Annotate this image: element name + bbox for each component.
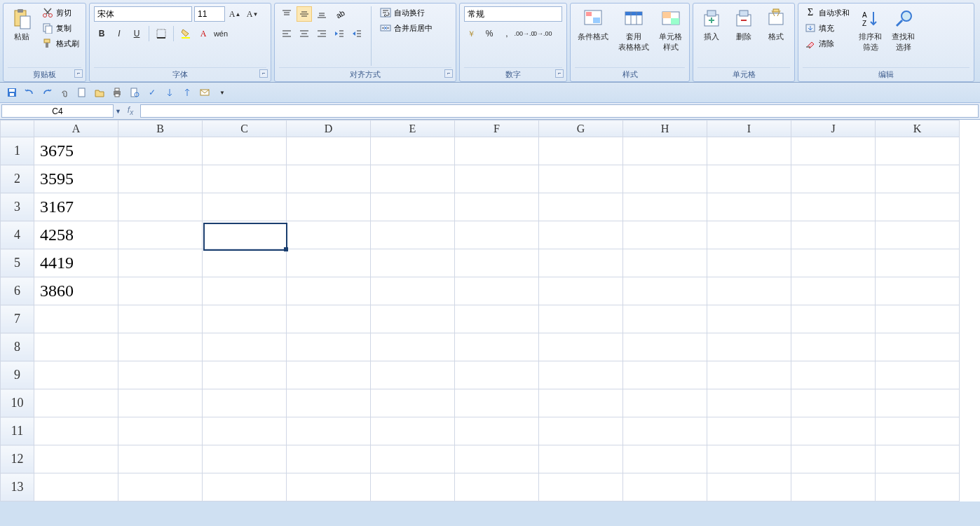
cell[interactable] [371, 277, 455, 305]
cell[interactable] [876, 473, 960, 501]
column-header[interactable]: D [287, 120, 371, 137]
cell[interactable] [287, 221, 371, 249]
number-launcher[interactable]: ⌐ [555, 69, 564, 78]
qat-undo-button[interactable] [22, 85, 37, 100]
column-header[interactable]: F [455, 120, 539, 137]
qat-save-button[interactable] [4, 85, 20, 100]
italic-button[interactable]: I [111, 26, 127, 41]
cell[interactable] [287, 417, 371, 445]
cell[interactable] [539, 221, 623, 249]
align-top-button[interactable] [279, 6, 294, 22]
cell[interactable] [791, 137, 876, 165]
cell[interactable] [707, 361, 791, 389]
fill-color-button[interactable] [178, 26, 193, 41]
cell[interactable] [371, 249, 455, 277]
cell[interactable] [539, 277, 623, 305]
cell[interactable] [539, 361, 623, 389]
cell[interactable] [623, 389, 707, 417]
cell[interactable] [371, 445, 455, 473]
cell[interactable] [539, 137, 623, 165]
cell[interactable] [876, 305, 960, 333]
cell[interactable] [623, 361, 707, 389]
cell[interactable] [707, 333, 791, 361]
cell[interactable] [455, 389, 539, 417]
cell[interactable] [623, 333, 707, 361]
cell[interactable] [287, 165, 371, 193]
cell[interactable] [623, 249, 707, 277]
cell[interactable] [455, 473, 539, 501]
qat-email-button[interactable] [197, 85, 212, 100]
select-all-corner[interactable] [1, 120, 34, 137]
format-as-table-button[interactable]: 套用 表格格式 [615, 6, 652, 54]
phonetic-button[interactable]: wén [213, 26, 229, 41]
row-header[interactable]: 8 [1, 333, 34, 361]
alignment-launcher[interactable]: ⌐ [444, 69, 453, 78]
cell[interactable]: 4258 [34, 221, 118, 249]
cell[interactable] [118, 221, 203, 249]
fx-button[interactable]: fx [123, 105, 137, 116]
formula-input[interactable] [140, 104, 979, 118]
qat-customize-button[interactable]: ▼ [215, 85, 230, 100]
font-size-combo[interactable] [194, 6, 225, 22]
cell[interactable] [791, 193, 876, 221]
cell[interactable] [707, 445, 791, 473]
cell[interactable] [623, 417, 707, 445]
orientation-button[interactable]: ab [332, 6, 347, 22]
cell[interactable] [34, 417, 118, 445]
cell[interactable] [707, 249, 791, 277]
cell[interactable] [371, 305, 455, 333]
cell[interactable] [539, 193, 623, 221]
cell[interactable] [539, 249, 623, 277]
cell[interactable] [118, 249, 203, 277]
cell[interactable] [623, 445, 707, 473]
cell[interactable] [455, 277, 539, 305]
cell[interactable] [876, 221, 960, 249]
qat-preview-button[interactable] [127, 85, 142, 100]
column-header[interactable]: A [34, 120, 118, 137]
cell[interactable] [539, 165, 623, 193]
cell[interactable] [791, 249, 876, 277]
cell[interactable] [707, 389, 791, 417]
column-header[interactable]: G [539, 120, 623, 137]
row-header[interactable]: 2 [1, 165, 34, 193]
row-header[interactable]: 5 [1, 249, 34, 277]
decrease-decimal-button[interactable]: .0→.00 [534, 26, 550, 41]
cell[interactable] [455, 333, 539, 361]
cell[interactable]: 3675 [34, 137, 118, 165]
clipboard-launcher[interactable]: ⌐ [74, 69, 83, 78]
cell[interactable] [455, 361, 539, 389]
cell[interactable] [623, 473, 707, 501]
autosum-button[interactable]: Σ 自动求和 [803, 6, 852, 19]
cell[interactable] [876, 193, 960, 221]
cell[interactable] [623, 165, 707, 193]
cell[interactable] [876, 277, 960, 305]
cell[interactable] [455, 305, 539, 333]
cell[interactable] [287, 305, 371, 333]
cell[interactable] [287, 473, 371, 501]
cell[interactable] [34, 305, 118, 333]
cell[interactable] [371, 389, 455, 417]
delete-cells-button[interactable]: 删除 [730, 6, 758, 43]
qat-new-button[interactable] [74, 85, 90, 100]
cell[interactable] [287, 361, 371, 389]
cell[interactable] [34, 473, 118, 501]
cell[interactable] [203, 389, 287, 417]
cell[interactable] [791, 445, 876, 473]
cell[interactable] [118, 277, 203, 305]
column-header[interactable]: E [371, 120, 455, 137]
align-bottom-button[interactable] [314, 6, 329, 22]
cell[interactable] [539, 333, 623, 361]
cell[interactable] [876, 137, 960, 165]
cell[interactable] [203, 137, 287, 165]
cell[interactable] [791, 361, 876, 389]
cell[interactable] [707, 417, 791, 445]
fill-button[interactable]: 填充 [803, 22, 852, 34]
conditional-format-button[interactable]: 条件格式 [575, 6, 611, 43]
cell[interactable] [876, 165, 960, 193]
cell[interactable] [118, 361, 203, 389]
cell[interactable] [707, 473, 791, 501]
cell[interactable] [791, 473, 876, 501]
row-header[interactable]: 11 [1, 417, 34, 445]
cell[interactable] [287, 445, 371, 473]
cell[interactable] [371, 473, 455, 501]
